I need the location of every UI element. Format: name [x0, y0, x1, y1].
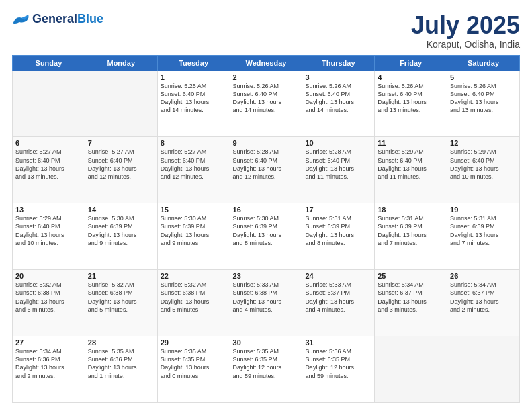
- calendar-day-cell: [85, 71, 157, 137]
- calendar-day-cell: 15Sunrise: 5:30 AM Sunset: 6:39 PM Dayli…: [157, 203, 230, 270]
- calendar-day-cell: 3Sunrise: 5:26 AM Sunset: 6:40 PM Daylig…: [302, 71, 375, 137]
- day-info: Sunrise: 5:31 AM Sunset: 6:39 PM Dayligh…: [450, 214, 517, 247]
- calendar-day-cell: 18Sunrise: 5:31 AM Sunset: 6:39 PM Dayli…: [375, 203, 447, 270]
- day-header-sunday: Sunday: [13, 55, 85, 71]
- calendar-day-cell: 23Sunrise: 5:33 AM Sunset: 6:38 PM Dayli…: [230, 270, 302, 336]
- day-number: 18: [378, 205, 444, 214]
- day-info: Sunrise: 5:26 AM Sunset: 6:40 PM Dayligh…: [378, 82, 444, 115]
- logo: GeneralBlue: [12, 12, 103, 26]
- day-number: 11: [378, 139, 444, 147]
- day-number: 25: [378, 272, 444, 280]
- day-info: Sunrise: 5:34 AM Sunset: 6:37 PM Dayligh…: [450, 281, 517, 314]
- day-header-thursday: Thursday: [302, 55, 375, 71]
- calendar-day-cell: 22Sunrise: 5:32 AM Sunset: 6:38 PM Dayli…: [157, 270, 230, 336]
- day-number: 1: [161, 73, 227, 81]
- day-info: Sunrise: 5:29 AM Sunset: 6:40 PM Dayligh…: [450, 148, 517, 181]
- calendar-day-cell: 14Sunrise: 5:30 AM Sunset: 6:39 PM Dayli…: [85, 203, 157, 270]
- day-number: 10: [305, 139, 371, 147]
- calendar-week-row: 1Sunrise: 5:25 AM Sunset: 6:40 PM Daylig…: [13, 71, 520, 137]
- calendar-day-cell: 24Sunrise: 5:33 AM Sunset: 6:37 PM Dayli…: [302, 270, 375, 336]
- calendar-table: SundayMondayTuesdayWednesdayThursdayFrid…: [12, 55, 520, 403]
- day-number: 30: [233, 338, 300, 347]
- day-info: Sunrise: 5:36 AM Sunset: 6:35 PM Dayligh…: [305, 347, 371, 380]
- day-number: 5: [450, 73, 517, 81]
- title-block: July 2025 Koraput, Odisha, India: [411, 12, 520, 50]
- day-number: 21: [88, 272, 154, 280]
- day-info: Sunrise: 5:35 AM Sunset: 6:36 PM Dayligh…: [88, 347, 154, 380]
- month-title: July 2025: [411, 12, 520, 39]
- calendar-day-cell: 8Sunrise: 5:27 AM Sunset: 6:40 PM Daylig…: [157, 137, 230, 203]
- calendar-day-cell: 30Sunrise: 5:35 AM Sunset: 6:35 PM Dayli…: [230, 336, 302, 403]
- page: GeneralBlue July 2025 Koraput, Odisha, I…: [0, 0, 532, 411]
- calendar-week-row: 20Sunrise: 5:32 AM Sunset: 6:38 PM Dayli…: [13, 270, 520, 336]
- day-info: Sunrise: 5:28 AM Sunset: 6:40 PM Dayligh…: [233, 148, 300, 181]
- day-info: Sunrise: 5:30 AM Sunset: 6:39 PM Dayligh…: [88, 214, 154, 247]
- day-number: 13: [15, 205, 82, 214]
- day-info: Sunrise: 5:27 AM Sunset: 6:40 PM Dayligh…: [161, 148, 227, 181]
- day-number: 22: [161, 272, 227, 280]
- calendar-day-cell: 7Sunrise: 5:27 AM Sunset: 6:40 PM Daylig…: [85, 137, 157, 203]
- day-info: Sunrise: 5:34 AM Sunset: 6:37 PM Dayligh…: [378, 281, 444, 314]
- day-info: Sunrise: 5:29 AM Sunset: 6:40 PM Dayligh…: [15, 214, 82, 247]
- logo-general-text: General: [32, 12, 77, 26]
- day-number: 2: [233, 73, 300, 81]
- day-info: Sunrise: 5:25 AM Sunset: 6:40 PM Dayligh…: [161, 82, 227, 115]
- day-number: 19: [450, 205, 517, 214]
- day-info: Sunrise: 5:32 AM Sunset: 6:38 PM Dayligh…: [15, 281, 82, 314]
- day-header-saturday: Saturday: [447, 55, 520, 71]
- day-info: Sunrise: 5:26 AM Sunset: 6:40 PM Dayligh…: [233, 82, 300, 115]
- day-header-tuesday: Tuesday: [157, 55, 230, 71]
- location: Koraput, Odisha, India: [411, 39, 520, 50]
- day-info: Sunrise: 5:31 AM Sunset: 6:39 PM Dayligh…: [378, 214, 444, 247]
- day-info: Sunrise: 5:28 AM Sunset: 6:40 PM Dayligh…: [305, 148, 371, 181]
- calendar-day-cell: 29Sunrise: 5:35 AM Sunset: 6:35 PM Dayli…: [157, 336, 230, 403]
- day-number: 23: [233, 272, 300, 280]
- day-number: 3: [305, 73, 371, 81]
- day-info: Sunrise: 5:35 AM Sunset: 6:35 PM Dayligh…: [233, 347, 300, 380]
- day-number: 17: [305, 205, 371, 214]
- logo-bird-icon: [12, 13, 31, 26]
- day-number: 15: [161, 205, 227, 214]
- day-info: Sunrise: 5:32 AM Sunset: 6:38 PM Dayligh…: [161, 281, 227, 314]
- calendar-day-cell: 27Sunrise: 5:34 AM Sunset: 6:36 PM Dayli…: [13, 336, 85, 403]
- calendar-day-cell: 25Sunrise: 5:34 AM Sunset: 6:37 PM Dayli…: [375, 270, 447, 336]
- calendar-day-cell: [447, 336, 520, 403]
- calendar-day-cell: [13, 71, 85, 137]
- day-info: Sunrise: 5:33 AM Sunset: 6:38 PM Dayligh…: [233, 281, 300, 314]
- day-header-wednesday: Wednesday: [230, 55, 302, 71]
- calendar-day-cell: 13Sunrise: 5:29 AM Sunset: 6:40 PM Dayli…: [13, 203, 85, 270]
- calendar-day-cell: 19Sunrise: 5:31 AM Sunset: 6:39 PM Dayli…: [447, 203, 520, 270]
- calendar-day-cell: 1Sunrise: 5:25 AM Sunset: 6:40 PM Daylig…: [157, 71, 230, 137]
- day-header-monday: Monday: [85, 55, 157, 71]
- calendar-day-cell: 4Sunrise: 5:26 AM Sunset: 6:40 PM Daylig…: [375, 71, 447, 137]
- day-number: 31: [305, 338, 371, 347]
- day-number: 7: [88, 139, 154, 147]
- day-info: Sunrise: 5:30 AM Sunset: 6:39 PM Dayligh…: [161, 214, 227, 247]
- day-info: Sunrise: 5:32 AM Sunset: 6:38 PM Dayligh…: [88, 281, 154, 314]
- calendar-week-row: 13Sunrise: 5:29 AM Sunset: 6:40 PM Dayli…: [13, 203, 520, 270]
- day-number: 27: [15, 338, 82, 347]
- day-number: 12: [450, 139, 517, 147]
- day-number: 6: [15, 139, 82, 147]
- day-info: Sunrise: 5:35 AM Sunset: 6:35 PM Dayligh…: [161, 347, 227, 380]
- day-info: Sunrise: 5:33 AM Sunset: 6:37 PM Dayligh…: [305, 281, 371, 314]
- day-number: 26: [450, 272, 517, 280]
- calendar-day-cell: 17Sunrise: 5:31 AM Sunset: 6:39 PM Dayli…: [302, 203, 375, 270]
- calendar-day-cell: [375, 336, 447, 403]
- day-number: 14: [88, 205, 154, 214]
- calendar-week-row: 6Sunrise: 5:27 AM Sunset: 6:40 PM Daylig…: [13, 137, 520, 203]
- calendar-day-cell: 10Sunrise: 5:28 AM Sunset: 6:40 PM Dayli…: [302, 137, 375, 203]
- day-number: 9: [233, 139, 300, 147]
- day-number: 20: [15, 272, 82, 280]
- day-info: Sunrise: 5:26 AM Sunset: 6:40 PM Dayligh…: [305, 82, 371, 115]
- calendar-day-cell: 28Sunrise: 5:35 AM Sunset: 6:36 PM Dayli…: [85, 336, 157, 403]
- day-info: Sunrise: 5:31 AM Sunset: 6:39 PM Dayligh…: [305, 214, 371, 247]
- calendar-header-row: SundayMondayTuesdayWednesdayThursdayFrid…: [13, 55, 520, 71]
- day-number: 29: [161, 338, 227, 347]
- calendar-day-cell: 6Sunrise: 5:27 AM Sunset: 6:40 PM Daylig…: [13, 137, 85, 203]
- calendar-day-cell: 26Sunrise: 5:34 AM Sunset: 6:37 PM Dayli…: [447, 270, 520, 336]
- day-info: Sunrise: 5:34 AM Sunset: 6:36 PM Dayligh…: [15, 347, 82, 380]
- day-number: 16: [233, 205, 300, 214]
- day-number: 4: [378, 73, 444, 81]
- calendar-day-cell: 9Sunrise: 5:28 AM Sunset: 6:40 PM Daylig…: [230, 137, 302, 203]
